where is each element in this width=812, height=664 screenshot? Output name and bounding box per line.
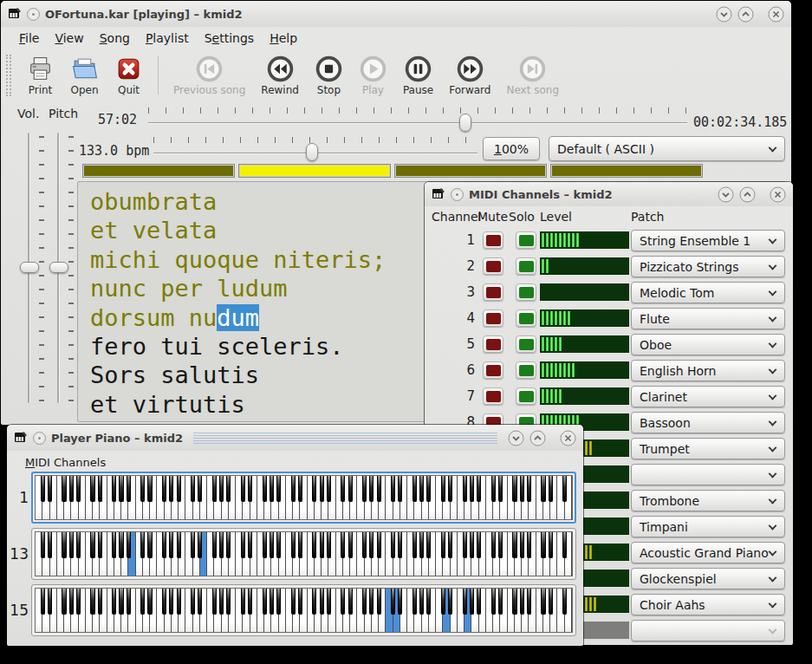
patch-select[interactable]: String Ensemble 1 [631,230,785,251]
black-key[interactable] [312,476,316,502]
black-key[interactable] [41,589,45,615]
patch-select[interactable]: Flute [631,308,785,329]
black-key[interactable] [112,476,116,502]
black-key[interactable] [477,532,481,558]
position-slider[interactable] [148,122,687,124]
maximize-icon[interactable] [737,6,754,23]
black-key[interactable] [119,589,123,615]
black-key[interactable] [341,476,345,502]
solo-button[interactable] [516,309,536,327]
menu-help[interactable]: Help [262,29,305,48]
black-key[interactable] [520,476,524,502]
print-button[interactable]: Print [18,53,62,98]
black-key[interactable] [498,532,503,558]
black-key[interactable] [298,532,302,558]
close-icon[interactable] [560,430,576,446]
black-key[interactable] [448,532,452,558]
black-key[interactable] [147,589,152,615]
black-key[interactable] [377,532,381,558]
black-key[interactable] [463,476,467,502]
black-key[interactable] [48,532,52,558]
black-key[interactable] [226,589,231,615]
black-key[interactable] [527,532,531,558]
black-key[interactable] [198,532,202,558]
black-key[interactable] [426,589,431,615]
black-key[interactable] [369,532,374,558]
mute-button[interactable] [483,309,503,327]
black-key[interactable] [219,476,224,502]
black-key[interactable] [119,476,123,502]
black-key[interactable] [512,532,516,558]
pitch-slider-handle[interactable] [49,262,68,273]
black-key[interactable] [177,589,181,615]
black-key[interactable] [369,589,374,615]
black-key[interactable] [162,589,166,615]
black-key[interactable] [398,476,402,502]
black-key[interactable] [562,589,567,615]
black-key[interactable] [90,589,94,615]
piano-keyboard[interactable] [35,531,573,576]
black-key[interactable] [112,589,116,615]
patch-select[interactable]: Trombone [631,490,785,511]
black-key[interactable] [248,476,252,502]
black-key[interactable] [127,532,131,558]
black-key[interactable] [90,476,94,502]
black-key[interactable] [191,532,195,558]
black-key[interactable] [541,476,545,502]
black-key[interactable] [76,476,81,502]
black-key[interactable] [270,589,274,615]
black-key[interactable] [276,476,281,502]
black-key[interactable] [562,532,567,558]
main-titlebar[interactable]: OFortuna.kar [playing] – kmid2 [1,1,791,27]
pause-button[interactable]: Pause [395,53,441,98]
window-menu-button[interactable] [451,188,464,201]
black-key[interactable] [212,476,217,502]
menu-settings[interactable]: Settings [197,29,262,48]
black-key[interactable] [212,589,217,615]
black-key[interactable] [463,589,467,615]
black-key[interactable] [191,589,195,615]
black-key[interactable] [198,589,202,615]
black-key[interactable] [263,476,267,502]
black-key[interactable] [219,532,224,558]
black-key[interactable] [327,532,331,558]
black-key[interactable] [341,589,345,615]
black-key[interactable] [419,476,424,502]
black-key[interactable] [270,532,274,558]
tempo-slider-handle[interactable] [306,143,318,161]
black-key[interactable] [276,532,281,558]
volume-slider-handle[interactable] [20,262,39,273]
mute-button[interactable] [483,231,503,249]
black-key[interactable] [477,476,481,502]
black-key[interactable] [520,589,524,615]
stop-button[interactable]: Stop [307,53,351,98]
black-key[interactable] [147,476,152,502]
black-key[interactable] [177,476,181,502]
black-key[interactable] [362,589,367,615]
black-key[interactable] [520,532,524,558]
black-key[interactable] [498,589,503,615]
black-key[interactable] [263,589,267,615]
black-key[interactable] [69,476,74,502]
patch-select[interactable]: Timpani [631,516,785,537]
black-key[interactable] [241,589,245,615]
piano-keyboard[interactable] [35,588,573,633]
black-key[interactable] [226,476,231,502]
black-key[interactable] [140,476,145,502]
menu-song[interactable]: Song [92,29,138,48]
toolbar-handle[interactable] [6,55,11,96]
menu-midi-channels[interactable]: MIDI Channels [17,453,114,472]
window-menu-button[interactable] [33,432,46,445]
black-key[interactable] [48,589,52,615]
black-key[interactable] [270,476,274,502]
solo-button[interactable] [516,231,536,249]
black-key[interactable] [76,589,81,615]
black-key[interactable] [419,589,424,615]
black-key[interactable] [147,532,152,558]
black-key[interactable] [90,532,94,558]
black-key[interactable] [162,532,166,558]
patch-select[interactable]: Choir Aahs [631,594,785,615]
encoding-select[interactable]: Default ( ASCII ) [549,136,785,161]
black-key[interactable] [541,532,545,558]
black-key[interactable] [448,589,452,615]
